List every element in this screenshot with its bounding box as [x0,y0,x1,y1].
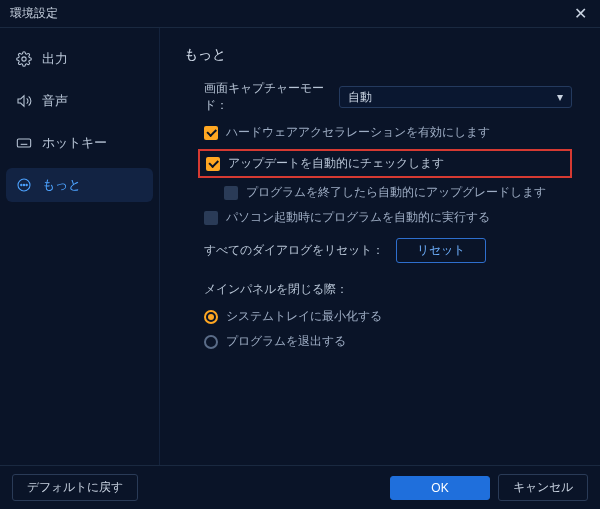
body-area: 出力 音声 ホットキー もっと もっと 画面キャプチャーモード： [0,28,600,465]
svg-point-10 [23,184,24,185]
checkbox-label: ハードウェアアクセラレーションを有効にします [226,124,490,141]
sidebar-item-label: もっと [42,176,81,194]
form-area: 画面キャプチャーモード： 自動 ▾ ハードウェアアクセラレーションを有効にします… [184,80,590,350]
gear-icon [16,51,32,67]
sidebar-item-label: ホットキー [42,134,107,152]
checkbox-label: パソコン起動時にプログラムを自動的に実行する [226,209,490,226]
svg-marker-1 [18,96,24,107]
capture-mode-row: 画面キャプチャーモード： 自動 ▾ [204,80,572,114]
svg-point-8 [18,179,30,191]
capture-mode-value: 自動 [348,87,372,107]
close-behavior-label: メインパネルを閉じる際： [204,281,572,298]
sidebar-item-hotkey[interactable]: ホットキー [6,126,153,160]
checkbox-run-on-boot[interactable]: パソコン起動時にプログラムを自動的に実行する [204,209,572,226]
reset-button[interactable]: リセット [396,238,486,263]
svg-rect-2 [17,139,30,147]
keyboard-icon [16,135,32,151]
capture-mode-select-wrap: 自動 ▾ [339,86,572,108]
restore-defaults-button[interactable]: デフォルトに戻す [12,474,138,501]
capture-mode-select[interactable]: 自動 ▾ [339,86,572,108]
reset-dialogs-row: すべてのダイアログをリセット： リセット [204,238,572,263]
capture-mode-label: 画面キャプチャーモード： [204,80,339,114]
cancel-button[interactable]: キャンセル [498,474,588,501]
radio-icon [204,310,218,324]
checkbox-label: プログラムを終了したら自動的にアップグレードします [246,184,546,201]
auto-update-highlight: アップデートを自動的にチェックします [198,149,572,178]
main-panel: もっと 画面キャプチャーモード： 自動 ▾ ハードウェアアクセラレーションを有効… [160,28,600,465]
radio-label: システムトレイに最小化する [226,308,382,325]
checkbox-label[interactable]: アップデートを自動的にチェックします [228,155,444,172]
titlebar: 環境設定 ✕ [0,0,600,28]
sidebar-item-more[interactable]: もっと [6,168,153,202]
speaker-icon [16,93,32,109]
main-heading: もっと [184,46,590,64]
close-icon[interactable]: ✕ [570,4,590,23]
checkbox-icon [204,126,218,140]
window-title: 環境設定 [10,5,58,22]
svg-point-0 [22,57,26,61]
checkbox-icon [204,211,218,225]
sidebar-item-label: 出力 [42,50,68,68]
ok-button[interactable]: OK [390,476,490,500]
chevron-down-icon: ▾ [557,87,563,107]
sidebar: 出力 音声 ホットキー もっと [0,28,160,465]
checkbox-icon[interactable] [206,157,220,171]
radio-icon [204,335,218,349]
radio-minimize-tray[interactable]: システムトレイに最小化する [204,308,572,325]
radio-label: プログラムを退出する [226,333,346,350]
sidebar-item-audio[interactable]: 音声 [6,84,153,118]
radio-exit-program[interactable]: プログラムを退出する [204,333,572,350]
sidebar-item-label: 音声 [42,92,68,110]
checkbox-hw-accel[interactable]: ハードウェアアクセラレーションを有効にします [204,124,572,141]
svg-point-11 [26,184,27,185]
more-icon [16,177,32,193]
footer: デフォルトに戻す OK キャンセル [0,465,600,509]
svg-point-9 [21,184,22,185]
sidebar-item-output[interactable]: 出力 [6,42,153,76]
checkbox-auto-upgrade[interactable]: プログラムを終了したら自動的にアップグレードします [204,184,572,201]
checkbox-icon [224,186,238,200]
reset-dialogs-label: すべてのダイアログをリセット： [204,242,384,259]
